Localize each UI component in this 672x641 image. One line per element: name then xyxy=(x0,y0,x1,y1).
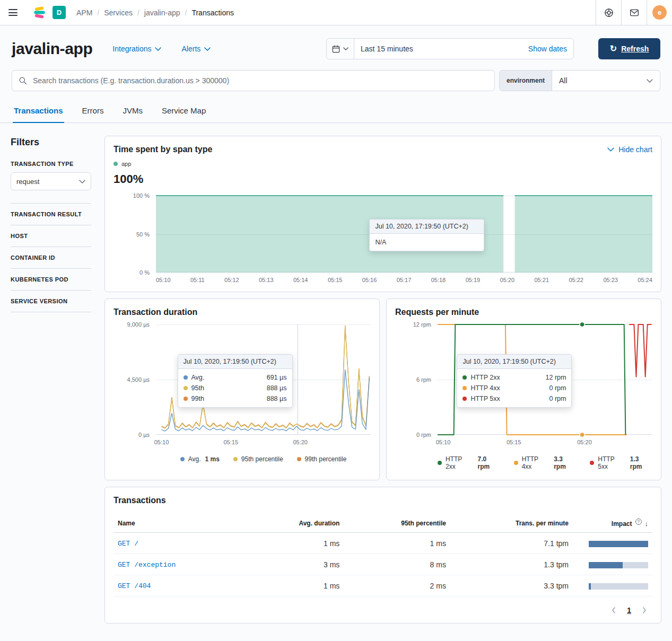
tooltip-label: HTTP 5xx xyxy=(470,395,500,402)
chart-tooltip: Jul 10, 2020, 17:19:50 (UTC+2) Avg. 691 … xyxy=(178,354,293,408)
tooltip-header: Jul 10, 2020, 17:19:50 (UTC+2) xyxy=(457,355,571,369)
column-trans-per-minute[interactable]: Trans. per minute xyxy=(450,514,573,533)
prev-page-button[interactable] xyxy=(611,607,616,614)
x-tick: 05:17 xyxy=(397,277,412,283)
tooltip-row: Avg. 691 µs xyxy=(178,372,292,383)
transaction-duration-panel: Transaction duration 9,000 µs 4,500 µs 0… xyxy=(104,298,380,480)
show-dates-link[interactable]: Show dates xyxy=(522,45,573,53)
tab-errors[interactable]: Errors xyxy=(81,101,105,123)
rpm-chart-area[interactable]: Jul 10, 2020, 17:19:50 (UTC+2) HTTP 2xx … xyxy=(438,324,652,435)
column-impact[interactable]: Impact?↓ xyxy=(573,514,652,533)
refresh-label: Refresh xyxy=(621,45,649,53)
chevron-down-icon xyxy=(607,147,614,152)
transaction-type-select[interactable]: request xyxy=(11,172,91,190)
alerts-label: Alerts xyxy=(181,45,200,53)
deployment-badge[interactable]: D xyxy=(53,6,66,19)
y-axis: 100 % 50 % 0 % xyxy=(114,196,156,273)
column-avg-duration[interactable]: Avg. duration xyxy=(246,514,344,533)
legend-item-app[interactable]: app xyxy=(114,161,131,167)
breadcrumb-service-name[interactable]: javalin-app xyxy=(144,8,180,17)
filters-sidebar: Filters TRANSACTION TYPE request TRANSAC… xyxy=(11,136,91,624)
environment-select[interactable]: All xyxy=(552,71,660,91)
legend-item-99th[interactable]: 99th percentile xyxy=(297,455,347,463)
integrations-dropdown[interactable]: Integrations xyxy=(112,45,161,53)
quick-select-button[interactable] xyxy=(327,39,354,59)
y-tick: 0 % xyxy=(139,269,150,276)
filter-container-id[interactable]: CONTAINER ID xyxy=(11,247,91,269)
tab-transactions[interactable]: Transactions xyxy=(13,101,64,123)
rpm-panel-title: Requests per minute xyxy=(395,308,652,317)
environment-filter: environment All xyxy=(499,70,660,91)
tooltip-label: Avg. xyxy=(191,374,205,381)
legend-item-http-2xx[interactable]: HTTP 2xx 7.0 rpm xyxy=(438,455,500,470)
alerts-dropdown[interactable]: Alerts xyxy=(181,45,211,53)
newsfeed-button[interactable] xyxy=(621,0,647,25)
info-icon: ? xyxy=(635,519,642,525)
series-dot xyxy=(462,386,467,390)
column-95th-percentile[interactable]: 95th percentile xyxy=(344,514,450,533)
filter-kubernetes-pod[interactable]: KUBERNETES POD xyxy=(11,269,91,291)
transaction-link[interactable]: GET /exception xyxy=(118,561,176,569)
breadcrumb-separator: / xyxy=(137,8,139,17)
tooltip-label: 95th xyxy=(191,384,204,392)
duration-chart-area[interactable]: Jul 10, 2020, 17:19:50 (UTC+2) Avg. 691 … xyxy=(156,324,371,435)
breadcrumb-services[interactable]: Services xyxy=(104,8,133,17)
chart-tooltip: Jul 10, 2020, 17:19:50 (UTC+2) N/A xyxy=(369,219,484,251)
chevron-down-icon xyxy=(647,79,653,83)
column-impact-label: Impact xyxy=(612,520,632,528)
filter-service-version[interactable]: SERVICE VERSION xyxy=(11,291,91,312)
avg-duration-value: 1 ms xyxy=(246,575,344,596)
legend-item-95th[interactable]: 95th percentile xyxy=(233,455,283,463)
x-tick: 05:10 xyxy=(154,439,169,445)
filter-host[interactable]: HOST xyxy=(11,225,91,247)
tooltip-row: 95th 888 µs xyxy=(178,383,292,393)
filter-accordions: TRANSACTION RESULT HOST CONTAINER ID KUB… xyxy=(11,203,91,312)
refresh-button[interactable]: ↻ Refresh xyxy=(598,38,660,59)
search-input[interactable] xyxy=(32,76,488,85)
legend-item-http-5xx[interactable]: HTTP 5xx 1.3 rpm xyxy=(590,455,652,470)
environment-label: environment xyxy=(500,71,552,91)
elastic-logo[interactable] xyxy=(33,6,46,19)
life-ring-icon xyxy=(604,8,614,17)
y-tick: 50 % xyxy=(136,231,150,238)
legend-item-avg[interactable]: Avg. 1 ms xyxy=(180,455,220,463)
user-menu-button[interactable]: e xyxy=(647,0,672,25)
legend-label: app xyxy=(121,161,131,167)
service-tabs: Transactions Errors JVMs Service Map xyxy=(0,101,672,123)
legend-dot xyxy=(180,457,185,461)
series-dot xyxy=(462,375,467,380)
breadcrumb-apm[interactable]: APM xyxy=(76,8,92,17)
chart-legend: HTTP 2xx 7.0 rpm HTTP 4xx 3.3 rpm HTTP 5… xyxy=(438,455,652,470)
search-icon xyxy=(19,76,27,85)
page-title: javalin-app xyxy=(12,40,92,58)
legend-item-http-4xx[interactable]: HTTP 4xx 3.3 rpm xyxy=(514,455,577,470)
transaction-link[interactable]: GET / xyxy=(118,540,138,548)
duration-panel-title: Transaction duration xyxy=(114,308,371,317)
hide-chart-link[interactable]: Hide chart xyxy=(607,145,652,154)
filter-transaction-result[interactable]: TRANSACTION RESULT xyxy=(11,204,91,225)
chevron-down-icon xyxy=(155,47,161,51)
next-page-button[interactable] xyxy=(642,607,647,614)
legend-label: HTTP 2xx xyxy=(446,455,474,470)
span-chart-area[interactable]: Jul 10, 2020, 17:19:50 (UTC+2) N/A xyxy=(156,196,652,273)
legend-dot xyxy=(114,162,118,166)
legend-label: HTTP 4xx xyxy=(522,455,550,470)
tooltip-row: HTTP 4xx 0 rpm xyxy=(457,383,571,393)
calendar-icon xyxy=(332,45,340,53)
transaction-type-value: request xyxy=(16,178,39,186)
tab-jvms[interactable]: JVMs xyxy=(121,101,144,123)
column-name[interactable]: Name xyxy=(114,514,246,533)
date-range-value[interactable]: Last 15 minutes xyxy=(354,45,522,53)
legend-label: HTTP 5xx xyxy=(598,455,626,470)
x-tick: 05:11 xyxy=(190,277,205,283)
hamburger-menu-button[interactable] xyxy=(0,0,25,25)
x-tick: 05:16 xyxy=(362,277,377,283)
legend-dot xyxy=(514,461,518,465)
x-axis: 05:10 05:15 05:20 xyxy=(156,439,371,447)
help-button[interactable] xyxy=(596,0,621,25)
page-number-button[interactable]: 1 xyxy=(627,606,631,614)
impact-bar-track xyxy=(589,541,648,547)
refresh-icon: ↻ xyxy=(610,45,617,53)
transaction-link[interactable]: GET /404 xyxy=(118,582,151,590)
tab-service-map[interactable]: Service Map xyxy=(161,101,207,123)
